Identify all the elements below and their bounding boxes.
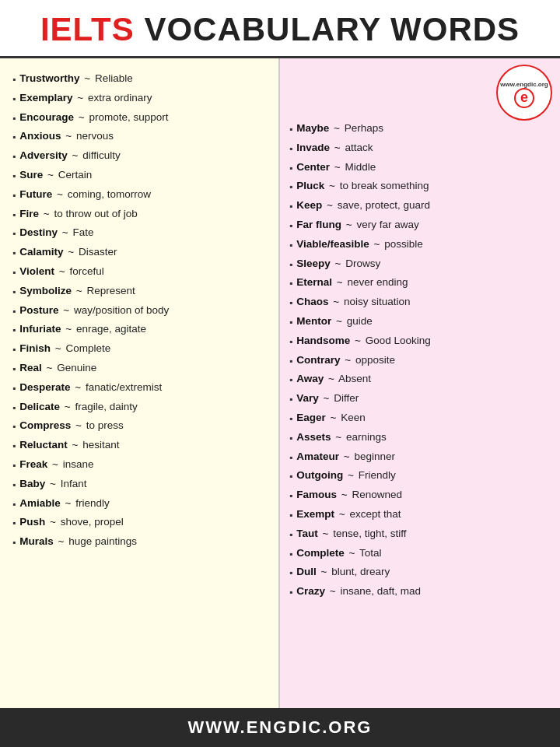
vocab-word: Keep (296, 199, 322, 211)
vocab-entry: Reluctant ~ hesitant (19, 437, 119, 454)
list-item: ▪ Assets ~ earnings (289, 428, 554, 447)
vocab-def: tense, tight, stiff (330, 528, 406, 539)
tilde: ~ (47, 516, 56, 528)
bullet-icon: ▪ (289, 373, 292, 388)
vocab-entry: Fire ~ to throw out of job (19, 205, 137, 223)
vocab-def: very far away (354, 219, 419, 230)
list-item: ▪ Violent ~ forceful (12, 262, 272, 282)
vocab-def: earnings (343, 431, 387, 443)
list-item: ▪ Posture ~ way/position of body (12, 301, 272, 321)
tilde: ~ (320, 392, 330, 404)
list-item: ▪ Adversity ~ difficulty (12, 146, 272, 166)
vocab-word: Anxious (19, 130, 61, 142)
list-item: ▪ Far flung ~ very far away (289, 216, 554, 235)
vocab-word: Handsome (296, 335, 350, 346)
bullet-icon: ▪ (12, 226, 16, 242)
bullet-icon: ▪ (289, 258, 292, 273)
vocab-word: Vary (296, 392, 319, 404)
vocab-def: huge paintings (65, 535, 137, 547)
vocab-word: Violent (19, 265, 54, 277)
list-item: ▪ Sure ~ Certain (12, 166, 272, 185)
bullet-icon: ▪ (12, 362, 16, 377)
tilde: ~ (342, 354, 352, 366)
vocab-entry: Handsome ~ Good Looking (296, 332, 431, 349)
list-item: ▪ Handsome ~ Good Looking (289, 331, 554, 351)
vocab-def: possible (381, 238, 422, 250)
vocab-word: Amateur (296, 451, 339, 462)
bullet-icon: ▪ (289, 451, 292, 466)
vocab-word: Famous (296, 489, 337, 500)
list-item: ▪ Exempt ~ except that (289, 505, 554, 524)
vocab-word: Exemplary (19, 92, 72, 103)
tilde: ~ (62, 497, 72, 509)
vocab-entry: Outgoing ~ Friendly (296, 467, 395, 484)
vocab-entry: Freak ~ insane (19, 456, 93, 473)
vocab-def: beginner (352, 451, 395, 462)
list-item: ▪ Sleepy ~ Drowsy (289, 254, 554, 274)
right-vocab-list: ▪ Maybe ~ Perhaps ▪ Invade ~ attack ▪ Ce… (289, 119, 554, 601)
bullet-icon: ▪ (12, 401, 16, 416)
tilde: ~ (331, 296, 340, 307)
list-item: ▪ Contrary ~ opposite (289, 351, 554, 370)
tilde: ~ (52, 342, 61, 354)
list-item: ▪ Amateur ~ beginner (289, 447, 554, 467)
vocab-entry: Mentor ~ guide (296, 313, 372, 330)
vocab-def: Perhaps (341, 122, 383, 134)
vocab-word: Push (19, 516, 45, 528)
list-item: ▪ Viable/feasible ~ possible (289, 235, 554, 254)
tilde: ~ (54, 188, 63, 200)
vocab-word: Mentor (296, 315, 331, 327)
bullet-icon: ▪ (289, 469, 292, 485)
vocab-word: Viable/feasible (296, 238, 369, 250)
vocab-def: hesitant (79, 439, 119, 451)
vocab-def: Absent (336, 373, 371, 384)
tilde: ~ (341, 451, 350, 462)
tilde: ~ (61, 401, 71, 412)
vocab-def: Complete (63, 342, 111, 354)
tilde: ~ (331, 161, 341, 173)
vocab-def: attack (342, 142, 373, 153)
tilde: ~ (75, 111, 85, 123)
tilde: ~ (331, 142, 341, 153)
vocab-def: Reliable (92, 72, 133, 84)
vocab-entry: Keep ~ save, protect, guard (296, 197, 430, 214)
vocab-def: difficulty (79, 149, 120, 161)
vocab-def: to break something (337, 180, 429, 191)
vocab-def: Certain (55, 169, 92, 181)
vocab-entry: Posture ~ way/position of body (19, 302, 169, 319)
list-item: ▪ Finish ~ Complete (12, 339, 272, 359)
vocab-word: Real (19, 362, 42, 374)
vocab-entry: Trustworthy ~ Reliable (19, 70, 132, 87)
vocab-entry: Invade ~ attack (296, 139, 373, 156)
vocab-word: Crazy (296, 585, 325, 597)
list-item: ▪ Away ~ Absent (289, 370, 554, 389)
bullet-icon: ▪ (12, 439, 16, 454)
tilde: ~ (324, 199, 333, 211)
vocab-entry: Adversity ~ difficulty (19, 147, 120, 164)
vocab-def: to throw out of job (51, 208, 138, 219)
list-item: ▪ Reluctant ~ hesitant (12, 436, 272, 455)
bullet-icon: ▪ (12, 169, 16, 184)
tilde: ~ (44, 362, 53, 374)
vocab-entry: Baby ~ Infant (19, 475, 86, 493)
tilde: ~ (61, 304, 70, 316)
vocab-def: noisy situation (341, 296, 410, 307)
tilde: ~ (332, 258, 341, 269)
tilde: ~ (331, 122, 340, 134)
bullet-icon: ▪ (289, 142, 292, 157)
vocab-entry: Exempt ~ except that (296, 506, 401, 523)
list-item: ▪ Outgoing ~ Friendly (289, 466, 554, 486)
tilde: ~ (63, 323, 72, 335)
list-item: ▪ Anxious ~ nervous (12, 127, 272, 146)
vocab-word: Freak (19, 458, 47, 470)
vocab-entry: Contrary ~ opposite (296, 352, 395, 369)
bullet-icon: ▪ (12, 246, 16, 261)
vocab-def: Differ (331, 392, 359, 404)
vocab-def: insane, daft, mad (338, 585, 421, 597)
vocab-def: forceful (67, 265, 104, 277)
logo-url-text: www.engdic.org (500, 81, 548, 88)
vocab-word: Dull (296, 566, 317, 577)
tilde: ~ (40, 208, 50, 219)
tilde: ~ (72, 419, 82, 431)
vocab-word: Away (296, 373, 324, 384)
